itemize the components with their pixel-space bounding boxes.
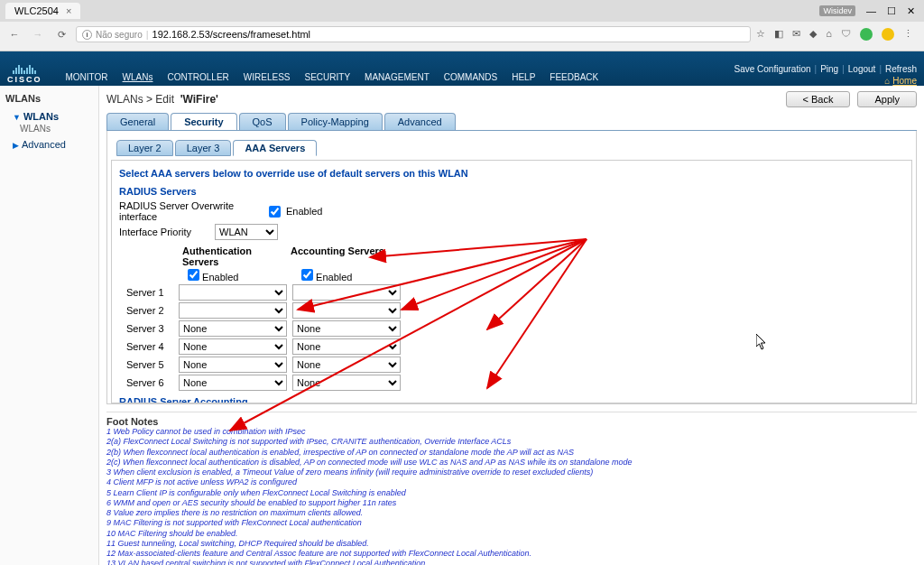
- back-button[interactable]: < Back: [786, 91, 851, 107]
- home-link[interactable]: ⌂ Home: [884, 76, 917, 86]
- window-controls: Wisidev — ☐ ✕: [819, 5, 924, 17]
- server-auth-select[interactable]: None: [179, 375, 287, 391]
- close-window-icon[interactable]: ✕: [907, 5, 915, 17]
- back-icon[interactable]: ←: [5, 25, 23, 43]
- cisco-brand-text: CISCO: [7, 75, 42, 84]
- link-refresh[interactable]: Refresh: [885, 64, 917, 74]
- acct-enabled-checkbox[interactable]: [301, 269, 313, 281]
- ext-circle-2[interactable]: [882, 28, 894, 41]
- cisco-header: CISCO MONITOR WLANs CONTROLLER WIRELESS …: [0, 51, 924, 86]
- tab-advanced[interactable]: Advanced: [384, 113, 456, 130]
- subtab-layer2[interactable]: Layer 2: [116, 140, 173, 156]
- star-icon[interactable]: ☆: [756, 28, 765, 41]
- tab-policy-mapping[interactable]: Policy-Mapping: [288, 113, 383, 130]
- url-input[interactable]: i Não seguro | 192.168.2.53/screens/fram…: [76, 26, 751, 42]
- nav-monitor[interactable]: MONITOR: [60, 69, 114, 86]
- browser-tab[interactable]: WLC2504 ×: [5, 3, 80, 19]
- nav-commands[interactable]: COMMANDS: [439, 69, 503, 86]
- aaa-panel: Select AAA servers below to override use…: [111, 160, 912, 403]
- footnote-line: 8 Value zero implies there is no restric…: [106, 508, 917, 518]
- server-acct-select[interactable]: [292, 284, 401, 301]
- nav-help[interactable]: HELP: [506, 69, 541, 86]
- server-label: Server 5: [119, 359, 173, 370]
- footnote-line: 5 Learn Client IP is configurable only w…: [106, 488, 917, 498]
- footnotes: Foot Notes 1 Web Policy cannot be used i…: [106, 412, 917, 565]
- iface-priority-label: Interface Priority: [119, 227, 209, 237]
- sidebar: WLANs ▼WLANs WLANs ▶Advanced: [0, 86, 99, 565]
- footnote-line: 2(a) FlexConnect Local Switching is not …: [106, 437, 917, 447]
- ext-icon-2[interactable]: ✉: [792, 28, 800, 41]
- server-auth-select[interactable]: None: [179, 320, 287, 337]
- server-auth-select[interactable]: [179, 302, 287, 319]
- main-content: WLANs > Edit 'WiFire' < Back Apply Gener…: [99, 86, 924, 565]
- subtab-aaa-servers[interactable]: AAA Servers: [233, 140, 317, 156]
- server-row: Server 4 None None: [119, 338, 904, 355]
- subtab-layer3[interactable]: Layer 3: [175, 140, 232, 156]
- cisco-logo: CISCO: [7, 65, 42, 86]
- overwrite-label: RADIUS Server Overwrite interface: [119, 200, 263, 222]
- address-bar: ← → ⟳ i Não seguro | 192.168.2.53/screen…: [0, 22, 924, 47]
- server-acct-select[interactable]: [292, 302, 401, 319]
- nav-security[interactable]: SECURITY: [300, 69, 356, 86]
- security-warning-label: Não seguro: [96, 30, 143, 40]
- footnote-line: 13 VLAN based central switching is not s…: [106, 559, 917, 565]
- ext-icon-1[interactable]: ◧: [774, 28, 783, 41]
- auth-enabled-checkbox[interactable]: [188, 269, 199, 281]
- menu-icon[interactable]: ⋮: [903, 28, 913, 41]
- sidebar-item-wlans[interactable]: ▼WLANs: [5, 109, 93, 124]
- server-acct-select[interactable]: None: [292, 375, 401, 391]
- sidebar-item-advanced[interactable]: ▶Advanced: [5, 139, 93, 150]
- nav-wlans[interactable]: WLANs: [117, 69, 159, 86]
- sidebar-title: WLANs: [5, 93, 93, 104]
- extension-icons: ☆ ◧ ✉ ◆ ⌂ 🛡 ⋮: [756, 28, 919, 41]
- layout: WLANs ▼WLANs WLANs ▶Advanced WLANs > Edi…: [0, 86, 924, 565]
- forward-icon[interactable]: →: [29, 25, 47, 43]
- ext-icon-4[interactable]: ⌂: [826, 28, 832, 41]
- apply-button[interactable]: Apply: [857, 91, 917, 107]
- footnote-line: 1 Web Policy cannot be used in combinati…: [106, 427, 917, 437]
- nav-feedback[interactable]: FEEDBACK: [544, 69, 604, 86]
- server-label: Server 4: [119, 341, 173, 352]
- close-icon[interactable]: ×: [66, 5, 71, 16]
- window-badge: Wisidev: [819, 5, 855, 16]
- overwrite-checkbox[interactable]: [269, 206, 281, 218]
- browser-tab-bar: WLC2504 × Wisidev — ☐ ✕: [0, 0, 924, 22]
- tab-title: WLC2504: [14, 5, 59, 16]
- breadcrumb-row: WLANs > Edit 'WiFire' < Back Apply: [106, 91, 917, 107]
- breadcrumb: WLANs > Edit 'WiFire': [106, 93, 218, 106]
- nav-wireless[interactable]: WIRELESS: [238, 69, 296, 86]
- mouse-cursor-icon: [756, 334, 767, 350]
- sidebar-sub-wlans[interactable]: WLANs: [5, 124, 93, 134]
- server-acct-select[interactable]: None: [292, 357, 401, 373]
- acct-servers-heading: Accounting Servers: [291, 245, 399, 267]
- server-auth-select[interactable]: [179, 284, 287, 301]
- ext-circle-1[interactable]: [860, 28, 873, 41]
- reload-icon[interactable]: ⟳: [52, 25, 70, 43]
- radius-servers-heading: RADIUS Servers: [119, 186, 904, 197]
- link-logout[interactable]: Logout: [848, 64, 876, 74]
- server-acct-select[interactable]: None: [292, 320, 401, 337]
- ext-icon-3[interactable]: ◆: [809, 28, 817, 41]
- footnote-line: 2(c) When flexconnect local authenticati…: [106, 458, 917, 468]
- tab-qos[interactable]: QoS: [239, 113, 286, 130]
- url-text: 192.168.2.53/screens/frameset.html: [152, 29, 310, 40]
- link-ping[interactable]: Ping: [820, 64, 838, 74]
- home-icon: ⌂: [884, 76, 890, 86]
- nav-management[interactable]: MANAGEMENT: [359, 69, 435, 86]
- footnote-line: 10 MAC Filtering should be enabled.: [106, 529, 917, 539]
- server-auth-select[interactable]: None: [179, 338, 287, 355]
- tab-general[interactable]: General: [106, 113, 169, 130]
- radius-acct-heading: RADIUS Server Accounting: [119, 396, 904, 403]
- tab-security[interactable]: Security: [171, 113, 236, 130]
- ext-icon-5[interactable]: 🛡: [841, 28, 851, 41]
- auth-servers-heading: Authentication Servers: [182, 245, 291, 267]
- server-auth-select[interactable]: None: [179, 357, 287, 373]
- maximize-icon[interactable]: ☐: [887, 5, 896, 17]
- footnote-line: 6 WMM and open or AES security should be…: [106, 498, 917, 508]
- nav-controller[interactable]: CONTROLLER: [162, 69, 234, 86]
- iface-priority-select[interactable]: WLAN: [215, 224, 278, 240]
- server-label: Server 1: [119, 287, 173, 298]
- server-acct-select[interactable]: None: [292, 338, 401, 355]
- link-save-config[interactable]: Save Configuration: [734, 64, 810, 74]
- minimize-icon[interactable]: —: [866, 5, 876, 16]
